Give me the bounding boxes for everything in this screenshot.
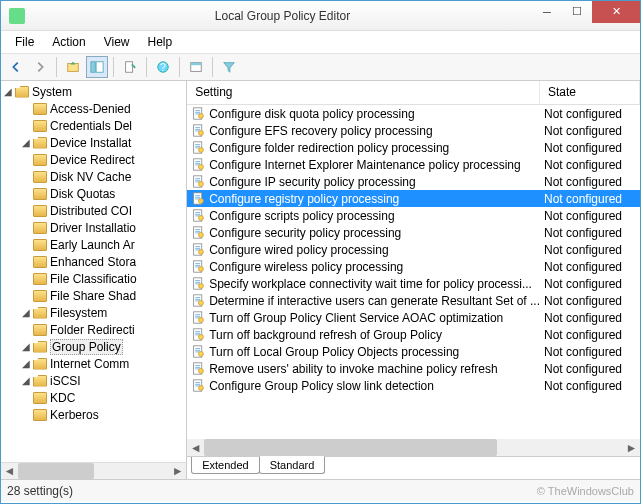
tree-item[interactable]: ◢Internet Comm bbox=[1, 355, 186, 372]
tree-item[interactable]: Folder Redirecti bbox=[1, 321, 186, 338]
up-button[interactable] bbox=[62, 56, 84, 78]
scroll-left-button[interactable]: ◄ bbox=[187, 439, 204, 456]
column-setting[interactable]: Setting bbox=[187, 81, 540, 104]
list-row[interactable]: Configure wired policy processingNot con… bbox=[187, 241, 640, 258]
svg-rect-75 bbox=[195, 333, 200, 334]
svg-rect-39 bbox=[195, 212, 200, 213]
folder-icon bbox=[33, 409, 47, 421]
list-row[interactable]: Remove users' ability to invoke machine … bbox=[187, 360, 640, 377]
svg-rect-65 bbox=[195, 299, 200, 300]
collapse-icon[interactable]: ◢ bbox=[19, 375, 33, 386]
svg-rect-40 bbox=[195, 214, 200, 215]
list-row[interactable]: Configure registry policy processingNot … bbox=[187, 190, 640, 207]
tree-item[interactable]: File Classificatio bbox=[1, 270, 186, 287]
tree-item[interactable]: Driver Installatio bbox=[1, 219, 186, 236]
tree-item-label: Device Redirect bbox=[50, 153, 135, 167]
cell-setting: Configure folder redirection policy proc… bbox=[187, 141, 540, 155]
list-row[interactable]: Configure Internet Explorer Maintenance … bbox=[187, 156, 640, 173]
tree-item[interactable]: Distributed COI bbox=[1, 202, 186, 219]
list-body[interactable]: Configure disk quota policy processingNo… bbox=[187, 105, 640, 439]
collapse-icon[interactable]: ◢ bbox=[1, 86, 15, 97]
tab-extended[interactable]: Extended bbox=[191, 457, 259, 474]
scroll-right-button[interactable]: ► bbox=[169, 463, 186, 479]
collapse-icon[interactable]: ◢ bbox=[19, 341, 33, 352]
filter-button[interactable] bbox=[218, 56, 240, 78]
tree-item[interactable]: Disk Quotas bbox=[1, 185, 186, 202]
column-state[interactable]: State bbox=[540, 81, 640, 104]
tree-item-label: Early Launch Ar bbox=[50, 238, 135, 252]
tree-item[interactable]: Credentials Del bbox=[1, 117, 186, 134]
tree-item[interactable]: Device Redirect bbox=[1, 151, 186, 168]
cell-setting: Configure registry policy processing bbox=[187, 192, 540, 206]
scroll-right-button[interactable]: ► bbox=[623, 439, 640, 456]
tree-item[interactable]: File Share Shad bbox=[1, 287, 186, 304]
show-tree-button[interactable] bbox=[86, 56, 108, 78]
list-row[interactable]: Configure scripts policy processingNot c… bbox=[187, 207, 640, 224]
list-row[interactable]: Turn off Local Group Policy Objects proc… bbox=[187, 343, 640, 360]
tree-item[interactable]: ◢Device Installat bbox=[1, 134, 186, 151]
list-row[interactable]: Determine if interactive users can gener… bbox=[187, 292, 640, 309]
tree-item[interactable]: Enhanced Stora bbox=[1, 253, 186, 270]
tree-item[interactable]: ◢iSCSI bbox=[1, 372, 186, 389]
tree-item[interactable]: Early Launch Ar bbox=[1, 236, 186, 253]
properties-button[interactable] bbox=[185, 56, 207, 78]
tree-item[interactable]: KDC bbox=[1, 389, 186, 406]
svg-rect-69 bbox=[195, 314, 200, 315]
scroll-track[interactable] bbox=[204, 439, 623, 456]
tree-item[interactable]: Disk NV Cache bbox=[1, 168, 186, 185]
tree-item[interactable]: ◢Filesystem bbox=[1, 304, 186, 321]
scroll-left-button[interactable]: ◄ bbox=[1, 463, 18, 479]
list-row[interactable]: Turn off Group Policy Client Service AOA… bbox=[187, 309, 640, 326]
export-button[interactable] bbox=[119, 56, 141, 78]
menu-view[interactable]: View bbox=[96, 33, 138, 51]
svg-rect-55 bbox=[195, 265, 200, 266]
back-button[interactable] bbox=[5, 56, 27, 78]
svg-rect-0 bbox=[68, 64, 79, 72]
menu-action[interactable]: Action bbox=[44, 33, 93, 51]
forward-button[interactable] bbox=[29, 56, 51, 78]
list-row[interactable]: Configure wireless policy processingNot … bbox=[187, 258, 640, 275]
close-button[interactable]: ✕ bbox=[592, 1, 640, 23]
list-hscrollbar[interactable]: ◄ ► bbox=[187, 439, 640, 456]
svg-rect-20 bbox=[195, 146, 200, 147]
menu-file[interactable]: File bbox=[7, 33, 42, 51]
scroll-thumb[interactable] bbox=[18, 463, 94, 479]
tree-hscrollbar[interactable]: ◄ ► bbox=[1, 462, 186, 479]
tab-standard[interactable]: Standard bbox=[259, 456, 326, 474]
folder-icon bbox=[33, 239, 47, 251]
maximize-button[interactable]: ☐ bbox=[562, 1, 592, 23]
minimize-button[interactable]: ─ bbox=[532, 1, 562, 23]
help-button[interactable]: ? bbox=[152, 56, 174, 78]
list-row[interactable]: Configure Group Policy slow link detecti… bbox=[187, 377, 640, 394]
toolbar: ? bbox=[1, 53, 640, 81]
scroll-track[interactable] bbox=[18, 463, 169, 479]
tree-item-label: Filesystem bbox=[50, 306, 107, 320]
collapse-icon[interactable]: ◢ bbox=[19, 137, 33, 148]
svg-rect-49 bbox=[195, 246, 200, 247]
tree-item[interactable]: ◢System bbox=[1, 83, 186, 100]
menu-help[interactable]: Help bbox=[140, 33, 181, 51]
svg-rect-35 bbox=[195, 197, 200, 198]
list-row[interactable]: Configure folder redirection policy proc… bbox=[187, 139, 640, 156]
list-row[interactable]: Turn off background refresh of Group Pol… bbox=[187, 326, 640, 343]
policy-icon bbox=[191, 226, 205, 240]
tree-item[interactable]: Access-Denied bbox=[1, 100, 186, 117]
policy-icon bbox=[191, 328, 205, 342]
tree-item[interactable]: ◢Group Policy bbox=[1, 338, 186, 355]
toolbar-separator bbox=[212, 57, 213, 77]
cell-state: Not configured bbox=[540, 260, 640, 274]
collapse-icon[interactable]: ◢ bbox=[19, 358, 33, 369]
list-row[interactable]: Configure EFS recovery policy processing… bbox=[187, 122, 640, 139]
tree[interactable]: ◢SystemAccess-DeniedCredentials Del◢Devi… bbox=[1, 81, 186, 462]
list-row[interactable]: Specify workplace connectivity wait time… bbox=[187, 275, 640, 292]
list-row[interactable]: Configure security policy processingNot … bbox=[187, 224, 640, 241]
list-row[interactable]: Configure disk quota policy processingNo… bbox=[187, 105, 640, 122]
list-row[interactable]: Configure IP security policy processingN… bbox=[187, 173, 640, 190]
scroll-thumb[interactable] bbox=[204, 439, 497, 456]
svg-rect-80 bbox=[195, 350, 200, 351]
tree-item-label: Group Policy bbox=[50, 339, 123, 355]
collapse-icon[interactable]: ◢ bbox=[19, 307, 33, 318]
tree-item[interactable]: Kerberos bbox=[1, 406, 186, 423]
cell-state: Not configured bbox=[540, 209, 640, 223]
setting-name: Turn off Local Group Policy Objects proc… bbox=[209, 345, 459, 359]
